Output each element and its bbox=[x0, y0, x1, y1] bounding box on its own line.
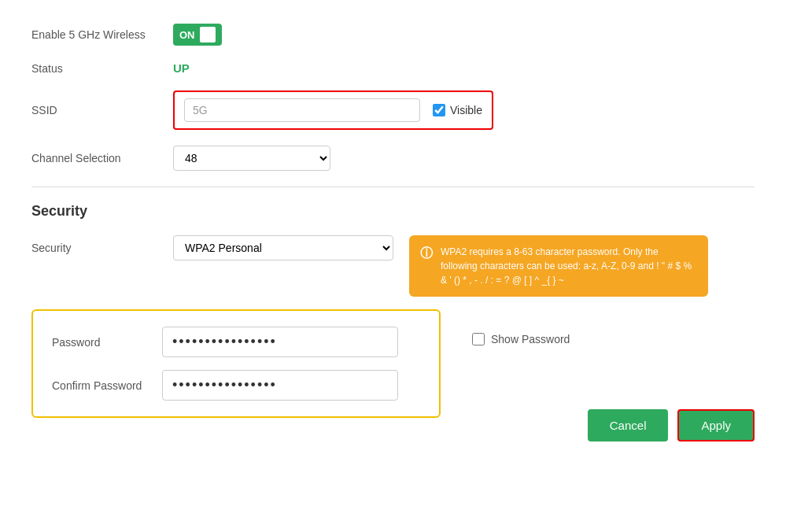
confirm-password-row: Confirm Password bbox=[52, 370, 420, 401]
security-select-wrap: Security WPA2 Personal WPA Personal WPA2… bbox=[31, 235, 393, 260]
password-input[interactable] bbox=[162, 327, 398, 357]
password-section: Password Confirm Password bbox=[31, 309, 441, 418]
channel-label: Channel Selection bbox=[31, 152, 173, 164]
security-and-info: Security WPA2 Personal WPA Personal WPA2… bbox=[31, 235, 755, 297]
cancel-button[interactable]: Cancel bbox=[588, 409, 669, 441]
visible-checkbox[interactable] bbox=[433, 104, 445, 116]
ssid-label: SSID bbox=[31, 104, 173, 116]
confirm-password-label: Confirm Password bbox=[52, 379, 162, 392]
page-wrapper: Enable 5 GHz Wireless ON Status UP SSID … bbox=[0, 0, 786, 457]
ssid-input[interactable] bbox=[184, 98, 420, 122]
ssid-outer-border: Visible bbox=[173, 91, 493, 130]
toggle-box bbox=[200, 27, 216, 42]
security-section-title: Security bbox=[31, 203, 755, 220]
show-password-checkbox[interactable] bbox=[472, 333, 485, 345]
status-row: Status UP bbox=[31, 61, 755, 75]
show-password-wrap: Show Password bbox=[472, 333, 570, 345]
security-label: Security bbox=[31, 242, 173, 254]
ssid-row: SSID Visible bbox=[31, 91, 755, 130]
password-label: Password bbox=[52, 336, 162, 349]
enable-5ghz-toggle[interactable]: ON bbox=[173, 24, 222, 46]
channel-row: Channel Selection 48 bbox=[31, 146, 755, 171]
confirm-password-input[interactable] bbox=[162, 370, 398, 401]
visible-label: Visible bbox=[450, 104, 482, 116]
info-icon: ⓘ bbox=[420, 246, 433, 262]
toggle-on-label: ON bbox=[179, 29, 195, 41]
password-row: Password bbox=[52, 327, 420, 357]
security-info-box: ⓘ WPA2 requires a 8-63 character passwor… bbox=[409, 235, 708, 297]
channel-select[interactable]: 48 bbox=[173, 146, 330, 171]
status-value: UP bbox=[173, 61, 190, 75]
enable-5ghz-row: Enable 5 GHz Wireless ON bbox=[31, 24, 755, 46]
buttons-row: Cancel Apply bbox=[588, 409, 755, 441]
status-label: Status bbox=[31, 62, 173, 75]
enable-5ghz-label: Enable 5 GHz Wireless bbox=[31, 28, 173, 41]
security-select[interactable]: WPA2 Personal WPA Personal WPA2 Enterpri… bbox=[173, 235, 393, 260]
visible-wrap: Visible bbox=[433, 104, 482, 116]
info-text: WPA2 requires a 8-63 character password.… bbox=[441, 245, 697, 287]
divider bbox=[31, 187, 755, 187]
show-password-label: Show Password bbox=[491, 333, 570, 345]
apply-button[interactable]: Apply bbox=[677, 409, 755, 441]
ssid-input-wrap bbox=[184, 98, 420, 122]
